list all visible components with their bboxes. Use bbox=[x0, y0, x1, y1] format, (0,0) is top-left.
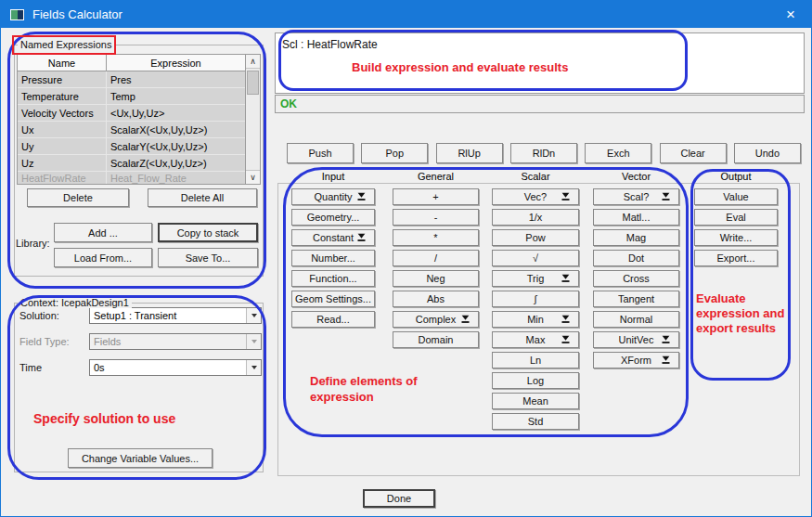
calc-button[interactable]: Min bbox=[492, 311, 579, 328]
calc-button-label: Constant bbox=[313, 232, 354, 243]
done-button[interactable]: Done bbox=[363, 489, 435, 508]
calc-button-label: Mean bbox=[522, 395, 548, 407]
calc-button[interactable]: Function... bbox=[291, 270, 375, 287]
calc-button[interactable]: + bbox=[393, 188, 479, 205]
stack-op-button-rlup[interactable]: RlUp bbox=[436, 143, 503, 163]
scroll-up-icon[interactable]: ∧ bbox=[246, 55, 260, 69]
table-row[interactable]: Velocity Vectors<Ux,Uy,Uz> bbox=[18, 105, 245, 122]
annotation-evaluate-export: Evaluate expression and export results bbox=[696, 291, 784, 336]
calc-button-label: Function... bbox=[309, 273, 356, 284]
calc-button[interactable]: Value bbox=[694, 188, 778, 205]
calc-button[interactable]: Ln bbox=[492, 352, 579, 368]
calc-button-label: Std bbox=[528, 416, 544, 427]
calc-button[interactable]: Cross bbox=[593, 270, 679, 287]
calc-button-label: Quantity bbox=[315, 191, 353, 202]
change-variable-values-button[interactable]: Change Variable Values... bbox=[68, 448, 213, 468]
scrollbar-thumb[interactable] bbox=[247, 71, 259, 95]
table-row[interactable]: HeatFlowRateHeat_Flow_Rate bbox=[18, 172, 245, 184]
calc-button[interactable]: Read... bbox=[291, 311, 375, 328]
calc-button[interactable]: Mean bbox=[492, 393, 579, 409]
calc-button-label: 1/x bbox=[529, 212, 543, 223]
calc-button[interactable]: Abs bbox=[393, 291, 479, 307]
table-row[interactable]: TemperatureTemp bbox=[18, 88, 245, 105]
calc-button[interactable]: Scal? bbox=[593, 188, 679, 205]
calc-button[interactable]: Vec? bbox=[492, 188, 579, 205]
calc-button[interactable]: Dot bbox=[593, 250, 679, 266]
calc-button[interactable]: Neg bbox=[393, 270, 479, 287]
named-expressions-table[interactable]: Name Expression PressurePresTemperatureT… bbox=[17, 54, 261, 185]
cell-expression: ScalarY(<Ux,Uy,Uz>) bbox=[106, 138, 245, 154]
stack-op-button-undo[interactable]: Undo bbox=[734, 143, 801, 163]
copy-to-stack-button[interactable]: Copy to stack bbox=[158, 223, 258, 242]
calc-button[interactable]: Geometry... bbox=[291, 209, 375, 226]
column-title-general: General bbox=[393, 171, 479, 183]
table-row[interactable]: UyScalarY(<Ux,Uy,Uz>) bbox=[18, 138, 245, 155]
pulldown-arrow-icon bbox=[561, 193, 571, 201]
scroll-down-icon[interactable]: ∨ bbox=[246, 170, 260, 184]
solution-label: Solution: bbox=[19, 310, 59, 321]
status-bar: OK bbox=[275, 95, 805, 113]
chevron-down-icon[interactable] bbox=[246, 308, 261, 323]
time-value: 0s bbox=[90, 362, 246, 373]
calc-button[interactable]: Trig bbox=[492, 270, 579, 287]
calc-button[interactable]: 1/x bbox=[492, 209, 579, 226]
close-button[interactable]: × bbox=[770, 1, 811, 28]
calc-button[interactable]: Tangent bbox=[593, 291, 679, 307]
titlebar: Fields Calculator × bbox=[1, 1, 811, 28]
cell-expression: <Ux,Uy,Uz> bbox=[106, 105, 245, 121]
pulldown-arrow-icon bbox=[661, 356, 671, 365]
calc-button[interactable]: Quantity bbox=[291, 188, 375, 205]
cell-expression: ScalarX(<Ux,Uy,Uz>) bbox=[106, 122, 245, 137]
calc-button[interactable]: XForm bbox=[593, 352, 679, 368]
time-dropdown[interactable]: 0s bbox=[89, 359, 262, 376]
calc-button[interactable]: - bbox=[393, 209, 479, 226]
stack-op-button-clear[interactable]: Clear bbox=[660, 143, 727, 163]
stack-op-button-pop[interactable]: Pop bbox=[361, 143, 428, 163]
column-title-output: Output bbox=[694, 171, 778, 183]
calc-button[interactable]: ∫ bbox=[492, 291, 579, 307]
calc-button[interactable]: Geom Settings... bbox=[291, 291, 375, 307]
calc-button[interactable]: Log bbox=[492, 372, 579, 389]
stack-op-button-push[interactable]: Push bbox=[287, 143, 354, 163]
calc-button[interactable]: Std bbox=[492, 413, 579, 430]
calc-button[interactable]: Pow bbox=[492, 229, 579, 246]
calc-column-general: General+-*/NegAbsComplexDomain bbox=[393, 171, 479, 352]
cell-name: Pressure bbox=[18, 71, 106, 87]
cell-name: HeatFlowRate bbox=[18, 172, 106, 184]
calc-button-label: √ bbox=[533, 252, 538, 264]
calc-button-label: Read... bbox=[316, 314, 349, 325]
calc-button[interactable]: Matl... bbox=[593, 209, 679, 226]
calc-button[interactable]: Export... bbox=[694, 250, 778, 266]
calc-button[interactable]: * bbox=[393, 229, 479, 246]
solution-dropdown[interactable]: Setup1 : Transient bbox=[89, 307, 262, 324]
table-scrollbar[interactable]: ∧ ∨ bbox=[245, 55, 260, 184]
delete-button[interactable]: Delete bbox=[27, 188, 129, 207]
calc-button[interactable]: Write... bbox=[694, 229, 778, 246]
table-row[interactable]: UxScalarX(<Ux,Uy,Uz>) bbox=[18, 122, 245, 138]
calc-button[interactable]: Number... bbox=[291, 250, 375, 266]
save-to-button[interactable]: Save To... bbox=[158, 248, 258, 267]
calc-button[interactable]: Normal bbox=[593, 311, 679, 328]
calc-button[interactable]: √ bbox=[492, 250, 579, 266]
status-text: OK bbox=[280, 97, 297, 110]
calc-button[interactable]: Domain bbox=[393, 331, 479, 348]
calc-button-label: Min bbox=[527, 314, 544, 325]
pulldown-arrow-icon bbox=[661, 193, 671, 201]
delete-all-button[interactable]: Delete All bbox=[148, 188, 257, 207]
calc-button[interactable]: Eval bbox=[694, 209, 778, 226]
calc-button[interactable]: / bbox=[393, 250, 479, 266]
calc-button-label: Log bbox=[527, 375, 544, 386]
table-row[interactable]: PressurePres bbox=[18, 71, 245, 88]
calc-button[interactable]: Max bbox=[492, 331, 579, 348]
calc-button[interactable]: Constant bbox=[291, 229, 375, 246]
stack-op-button-rldn[interactable]: RlDn bbox=[510, 143, 577, 163]
stack-op-button-exch[interactable]: Exch bbox=[585, 143, 651, 163]
chevron-down-icon[interactable] bbox=[246, 360, 261, 375]
load-from-button[interactable]: Load From... bbox=[54, 248, 152, 267]
close-icon: × bbox=[786, 6, 795, 24]
calc-button[interactable]: Mag bbox=[593, 229, 679, 246]
calc-button[interactable]: Complex bbox=[393, 311, 479, 328]
add-button[interactable]: Add ... bbox=[54, 223, 152, 242]
calc-button[interactable]: UnitVec bbox=[593, 331, 679, 348]
table-row[interactable]: UzScalarZ(<Ux,Uy,Uz>) bbox=[18, 155, 245, 172]
